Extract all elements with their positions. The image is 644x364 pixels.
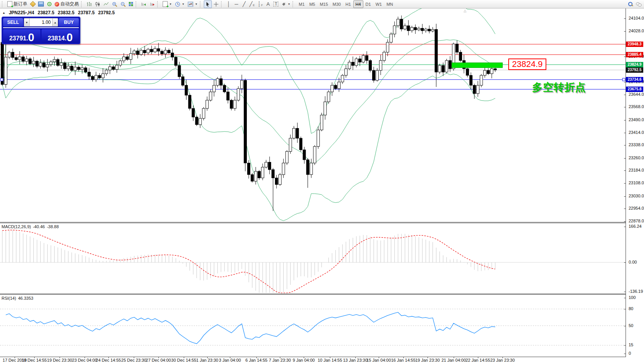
line-chart-button[interactable] bbox=[102, 0, 110, 8]
ohlc-low: 23787.5 bbox=[78, 10, 95, 15]
panel-separator[interactable] bbox=[0, 222, 644, 222]
timeframe-h4[interactable]: H4 bbox=[353, 0, 363, 8]
collapse-arrow-icon[interactable]: ▲ bbox=[2, 11, 5, 15]
signal-icon bbox=[47, 2, 52, 6]
vline-icon: │ bbox=[227, 2, 230, 7]
market-watch-button[interactable] bbox=[29, 0, 37, 8]
macd-signal-value: -38.88 bbox=[47, 224, 59, 229]
panel-separator[interactable] bbox=[0, 294, 644, 294]
price-tag-label[interactable]: 23824.9 bbox=[508, 58, 546, 70]
ohlc-open: 23827.5 bbox=[38, 10, 54, 15]
main-price-chart[interactable] bbox=[0, 8, 626, 222]
text-tool[interactable]: A bbox=[264, 0, 272, 8]
chart-shift-button[interactable] bbox=[148, 0, 156, 8]
sell-price[interactable]: 23791.0 bbox=[3, 29, 40, 43]
bar-chart-button[interactable] bbox=[85, 0, 93, 8]
tick-mark bbox=[624, 133, 626, 133]
sell-button[interactable]: SELL bbox=[3, 18, 23, 27]
zoom-in-button[interactable] bbox=[110, 0, 119, 8]
clock-icon bbox=[175, 2, 180, 7]
timeframe-h1[interactable]: H1 bbox=[343, 0, 353, 8]
chart-template-button[interactable]: ▼ bbox=[186, 0, 199, 8]
chart-scroll-marker-icon[interactable]: △ bbox=[464, 9, 466, 13]
tick-mark bbox=[624, 326, 626, 326]
buy-price[interactable]: 23814.0 bbox=[42, 29, 79, 43]
search-button[interactable] bbox=[627, 0, 634, 8]
period-button[interactable]: ▼ bbox=[173, 0, 186, 8]
volume-stepper: ▼ ▲ bbox=[24, 18, 58, 27]
time-label: 25 Dec 23:30 bbox=[121, 358, 146, 362]
chart-shift-icon bbox=[150, 2, 155, 7]
fibonacci-sub-label: F bbox=[261, 4, 263, 7]
arrows-tool[interactable]: ▼ bbox=[280, 0, 292, 8]
text-label-tool[interactable]: T bbox=[272, 0, 280, 8]
toolbar-grip bbox=[221, 1, 223, 7]
panel-separator[interactable] bbox=[0, 294, 644, 295]
volume-input[interactable] bbox=[30, 18, 52, 27]
time-tick-mark bbox=[280, 357, 280, 358]
crosshair-button[interactable] bbox=[212, 0, 220, 8]
time-label: 9 Jan 04:00 bbox=[293, 358, 315, 362]
price-tick: 22954.0 bbox=[629, 206, 644, 210]
panel-separator[interactable] bbox=[0, 223, 644, 223]
tile-windows-icon bbox=[129, 2, 133, 7]
signals-button[interactable] bbox=[45, 0, 53, 8]
highlight-rectangle[interactable] bbox=[452, 63, 503, 68]
tile-windows-button[interactable] bbox=[127, 0, 135, 8]
price-tick: 22878.0 bbox=[629, 219, 644, 223]
time-tick-mark bbox=[330, 357, 330, 358]
volume-down-button[interactable]: ▼ bbox=[24, 18, 30, 27]
tick-mark bbox=[624, 158, 626, 159]
rsi-name: RSI(14) bbox=[2, 296, 16, 301]
profiles-button[interactable] bbox=[37, 0, 45, 8]
time-tick-mark bbox=[230, 357, 230, 358]
line-handle[interactable] bbox=[622, 78, 625, 81]
turning-point-note[interactable]: 多空转折点 bbox=[532, 80, 586, 94]
timeframe-d1[interactable]: D1 bbox=[363, 0, 373, 8]
vertical-line-tool[interactable]: │ bbox=[225, 0, 233, 8]
macd-axis-tick: 166.24 bbox=[629, 224, 642, 229]
timeframe-m5[interactable]: M5 bbox=[307, 0, 317, 8]
line-handle[interactable] bbox=[0, 78, 3, 81]
macd-indicator-panel[interactable] bbox=[0, 223, 626, 294]
time-label: 3 Jan 04:00 bbox=[219, 358, 241, 362]
auto-trading-button[interactable]: 自动交易 bbox=[53, 0, 80, 8]
auto-scroll-button[interactable] bbox=[140, 0, 148, 8]
cursor-button[interactable] bbox=[204, 0, 212, 8]
tick-mark bbox=[624, 221, 626, 222]
time-tick-mark bbox=[60, 357, 60, 358]
rsi-indicator-panel[interactable] bbox=[0, 295, 626, 357]
new-order-button[interactable]: + 新订单 bbox=[6, 0, 29, 8]
hline-icon: ─ bbox=[235, 2, 238, 7]
time-axis[interactable]: 17 Dec 201918 Dec 14:5519 Dec 23:3023 De… bbox=[0, 357, 626, 364]
horizontal-line-tool[interactable]: ─ bbox=[233, 0, 240, 8]
fibonacci-tool[interactable]: ┆ F bbox=[256, 0, 264, 8]
rsi-axis-tick: 50 bbox=[629, 323, 633, 328]
price-axis[interactable]: 24104.024028.023874.023720.023644.023568… bbox=[626, 0, 644, 364]
timeframe-mn[interactable]: MN bbox=[384, 0, 395, 8]
time-tick-mark bbox=[134, 357, 134, 358]
auto-trading-icon bbox=[55, 2, 59, 7]
add-indicator-button[interactable]: + ▼ bbox=[161, 0, 173, 8]
volume-up-button[interactable]: ▲ bbox=[52, 18, 58, 27]
buy-button[interactable]: BUY bbox=[59, 18, 79, 27]
equidistant-channel-tool[interactable]: ╱ E bbox=[248, 0, 256, 8]
sell-price-main: 23791 bbox=[9, 35, 27, 42]
auto-trading-label: 自动交易 bbox=[60, 1, 79, 7]
timeframe-m15[interactable]: M15 bbox=[318, 0, 330, 8]
timeframe-m30[interactable]: M30 bbox=[330, 0, 343, 8]
price-tick: 23644.0 bbox=[629, 92, 644, 97]
macd-name: MACD(12,26,9) bbox=[2, 224, 31, 229]
time-tick-mark bbox=[256, 357, 257, 358]
chat-button[interactable] bbox=[634, 0, 643, 8]
zoom-in-icon bbox=[112, 2, 117, 7]
tick-mark bbox=[624, 196, 626, 197]
price-badge: 23824.9 bbox=[626, 62, 643, 67]
macd-value: -40.46 bbox=[33, 224, 45, 229]
trendline-tool[interactable]: ╱ bbox=[240, 0, 248, 8]
candle-chart-button[interactable] bbox=[93, 0, 102, 8]
timeframe-w1[interactable]: W1 bbox=[373, 0, 384, 8]
zoom-out-button[interactable] bbox=[119, 0, 127, 8]
timeframe-m1[interactable]: M1 bbox=[296, 0, 307, 8]
toolbar-grip bbox=[293, 1, 295, 7]
